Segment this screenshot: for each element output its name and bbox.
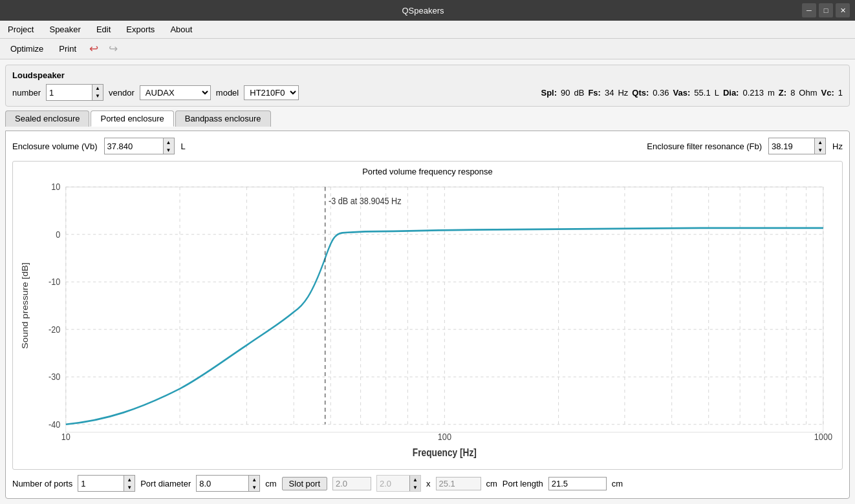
vas-unit: L — [715, 88, 719, 98]
number-spin-down[interactable]: ▼ — [92, 92, 103, 100]
vendor-select[interactable]: AUDAX FOCAL SEAS SCANSPEAK — [140, 85, 211, 100]
ported-panel: Enclosure volume (Vb) ▲ ▼ L Enclosure fi… — [5, 131, 850, 499]
num-ports-label: Number of ports — [12, 479, 72, 488]
close-button[interactable]: ✕ — [836, 3, 850, 17]
menu-about[interactable]: About — [168, 23, 195, 36]
frequency-chart: 10 0 -10 -20 -30 -40 Sound pressure [dB] — [18, 179, 837, 464]
port-length-label: Port length — [503, 479, 543, 488]
redo-icon[interactable]: ↪ — [106, 42, 120, 56]
port-diam-spinner: ▲ ▼ — [248, 476, 259, 491]
num-ports-input[interactable] — [78, 476, 124, 491]
menu-bar: Project Speaker Edit Exports About — [0, 21, 855, 39]
z-value: 8 — [790, 88, 795, 98]
svg-text:Frequency [Hz]: Frequency [Hz] — [413, 447, 477, 458]
vb-spin-down[interactable]: ▼ — [164, 146, 174, 154]
tabs: Sealed enclosure Ported enclosure Bandpa… — [5, 110, 850, 127]
menu-edit[interactable]: Edit — [94, 23, 113, 36]
vas-value: 55.1 — [694, 88, 710, 98]
loudspeaker-controls: number ▲ ▼ vendor AUDAX FOCAL SEAS SCANS… — [12, 84, 843, 101]
vas-label: Vas: — [673, 88, 691, 98]
toolbar: Optimize Print ↩ ↪ — [0, 39, 855, 59]
slot-width-wrap: ▲ ▼ — [376, 475, 421, 492]
number-spinner: ▲ ▼ — [92, 85, 103, 100]
svg-text:-20: -20 — [49, 324, 61, 335]
tab-sealed[interactable]: Sealed enclosure — [5, 110, 89, 127]
fs-unit: Hz — [618, 88, 628, 98]
fb-spin-up[interactable]: ▲ — [815, 138, 825, 146]
slot-width-spin-up[interactable]: ▲ — [410, 476, 420, 483]
qts-label: Qts: — [632, 88, 649, 98]
main-content: Loudspeaker number ▲ ▼ vendor AUDAX FOCA… — [0, 59, 855, 504]
svg-text:-40: -40 — [49, 419, 61, 430]
slot-width-spin-down[interactable]: ▼ — [410, 483, 420, 491]
fs-label: Fs: — [588, 88, 601, 98]
z-label: Z: — [779, 88, 786, 98]
svg-text:10: 10 — [51, 182, 60, 192]
port-diam-spin-down[interactable]: ▼ — [249, 483, 259, 491]
port-length-unit: cm — [612, 479, 623, 488]
number-label: number — [12, 88, 41, 98]
svg-text:0: 0 — [56, 229, 60, 240]
menu-exports[interactable]: Exports — [124, 23, 157, 36]
undo-icon[interactable]: ↩ — [87, 42, 101, 56]
svg-text:100: 100 — [438, 432, 451, 442]
svg-text:-10: -10 — [49, 277, 61, 287]
num-ports-spin-down[interactable]: ▼ — [124, 483, 135, 491]
optimize-button[interactable]: Optimize — [5, 43, 49, 55]
slot-port-button[interactable]: Slot port — [282, 477, 327, 490]
fb-input[interactable] — [769, 138, 814, 154]
enclosure-params: Enclosure volume (Vb) ▲ ▼ L Enclosure fi… — [12, 138, 843, 154]
port-diam-spin-up[interactable]: ▲ — [249, 476, 259, 483]
vc-value: 1 — [838, 88, 843, 98]
tab-bandpass[interactable]: Bandpass enclosure — [175, 110, 271, 127]
slot-height-input — [436, 477, 481, 490]
vb-input[interactable] — [105, 138, 163, 154]
loudspeaker-section: Loudspeaker number ▲ ▼ vendor AUDAX FOCA… — [5, 65, 850, 107]
spl-unit: dB — [574, 88, 585, 98]
fb-spin-down[interactable]: ▼ — [815, 146, 825, 154]
print-button[interactable]: Print — [54, 43, 81, 55]
chart-inner: 10 0 -10 -20 -30 -40 Sound pressure [dB] — [18, 179, 837, 464]
port-diam-label: Port diameter — [140, 479, 191, 488]
title-bar: QSpeakers ─ □ ✕ — [0, 0, 855, 21]
tab-ported[interactable]: Ported enclosure — [91, 110, 173, 127]
fb-spinner: ▲ ▼ — [814, 138, 825, 154]
svg-text:1000: 1000 — [814, 432, 832, 442]
fs-value: 34 — [605, 88, 614, 98]
menu-project[interactable]: Project — [5, 23, 36, 36]
z-unit: Ohm — [799, 88, 817, 98]
number-input-wrap: ▲ ▼ — [46, 84, 103, 101]
minimize-button[interactable]: ─ — [802, 3, 816, 17]
vb-spinner: ▲ ▼ — [163, 138, 174, 154]
num-ports-spinner: ▲ ▼ — [124, 476, 135, 491]
model-select[interactable]: HT210F0 HT210F1 HT170F0 — [244, 85, 299, 100]
fb-input-wrap: ▲ ▼ — [768, 138, 826, 154]
number-input[interactable] — [47, 85, 92, 100]
svg-text:Sound pressure [dB]: Sound pressure [dB] — [21, 262, 30, 349]
maximize-button[interactable]: □ — [819, 3, 833, 17]
spl-value: 90 — [561, 88, 570, 98]
dia-unit: m — [768, 88, 775, 98]
vb-spin-up[interactable]: ▲ — [164, 138, 174, 146]
svg-text:-30: -30 — [49, 372, 61, 382]
port-diam-input[interactable] — [197, 476, 248, 491]
slot-width-input[interactable] — [332, 477, 371, 490]
number-spin-up[interactable]: ▲ — [92, 85, 103, 92]
spl-label: Spl: — [541, 88, 557, 98]
slot-width-spinner: ▲ ▼ — [409, 476, 420, 491]
slot-width-spinnable[interactable] — [377, 476, 409, 491]
fb-label: Enclosure filter resonance (Fb) — [647, 142, 762, 151]
vb-input-wrap: ▲ ▼ — [104, 138, 175, 154]
slot-x-label: x — [426, 479, 431, 488]
vb-unit: L — [181, 142, 186, 151]
port-length-input[interactable] — [548, 477, 607, 490]
chart-area: Ported volume frequency response — [12, 161, 843, 470]
num-ports-spin-up[interactable]: ▲ — [124, 476, 135, 483]
loudspeaker-title: Loudspeaker — [12, 70, 843, 80]
qts-value: 0.36 — [653, 88, 669, 98]
window-controls: ─ □ ✕ — [802, 3, 850, 17]
slot-h-unit: cm — [486, 479, 497, 488]
menu-speaker[interactable]: Speaker — [47, 23, 83, 36]
vb-label: Enclosure volume (Vb) — [12, 142, 98, 151]
app-title: QSpeakers — [44, 6, 802, 16]
